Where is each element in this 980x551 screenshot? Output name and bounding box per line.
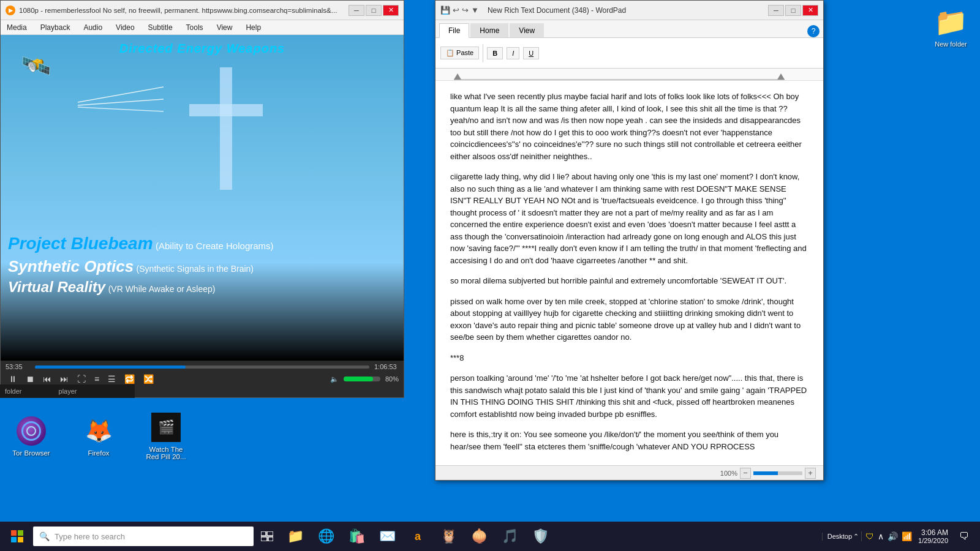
wordpad-title: New Rich Text Document (348) - WordPad (488, 6, 764, 15)
desktop-icon-tor-browser[interactable]: Tor Browser (10, 416, 53, 457)
vlc-fullscreen-button[interactable]: ⛶ (74, 373, 89, 385)
tab-home[interactable]: Home (470, 23, 508, 37)
wordpad-window: 💾 ↩ ↪ ▼ New Rich Text Document (348) - W… (435, 0, 824, 481)
taskbar-onion-icon[interactable]: 🧅 (464, 522, 494, 551)
task-view-button[interactable] (255, 522, 279, 551)
vlc-menu-view[interactable]: View (214, 22, 235, 33)
vlc-mute-icon[interactable]: 🔈 (330, 375, 339, 383)
wp-para-6: person toalking 'around 'me' '/'to 'me '… (450, 372, 809, 420)
video-text-overlay: Project Bluebeam (Ability to Create Holo… (1, 234, 404, 296)
taskbar-edge-icon[interactable]: 🌐 (311, 522, 341, 551)
new-folder-desktop-icon[interactable]: 📁 New folder (934, 6, 968, 48)
tray-up-icon[interactable]: ∧ (878, 531, 884, 541)
vlc-playlist-button[interactable]: ☰ (105, 373, 119, 385)
taskbar-media-player-icon[interactable]: 🎵 (495, 522, 524, 551)
desktop-label[interactable]: Desktop (827, 533, 852, 540)
wordpad-help-button[interactable]: ? (807, 25, 820, 37)
vlc-menubar: Media Playback Audio Video Subtitle Tool… (1, 20, 404, 35)
vlc-minimize-button[interactable]: ─ (349, 5, 364, 16)
wp-toolbar-redo-icon[interactable]: ↪ (462, 6, 469, 15)
vlc-progress-bar[interactable] (35, 365, 369, 369)
desktop-icon-video[interactable]: 🎬 Watch The Red Pill 20... (145, 413, 187, 460)
taskbar: 🔍 Type here to search 📁 🌐 🛍️ ✉️ a 🦉 🧅 🎵 … (0, 522, 980, 551)
network-icon[interactable]: 📶 (902, 531, 912, 541)
windows-security-icon: 🛡️ (532, 528, 549, 544)
vlc-button-row: ⏸ ⏹ ⏮ ⏭ ⛶ ≡ ☰ 🔁 🔀 🔈 80% (6, 373, 399, 385)
vlc-stop-button[interactable]: ⏹ (23, 373, 37, 385)
wordpad-statusbar: 100% − + (435, 465, 823, 480)
vlc-prev-button[interactable]: ⏮ (40, 373, 55, 385)
taskbar-amazon-icon[interactable]: a (403, 522, 432, 551)
zoom-slider[interactable] (753, 471, 802, 475)
vlc-menu-tools[interactable]: Tools (184, 22, 206, 33)
taskbar-tripadvisor-icon[interactable]: 🦉 (434, 522, 463, 551)
taskbar-mail-icon[interactable]: ✉️ (372, 522, 402, 551)
video-background: 🛰️ Directed Energy Weapons Project Blueb… (1, 35, 404, 361)
wordpad-ruler: ◁ (435, 69, 823, 81)
vlc-menu-playback[interactable]: Playback (38, 22, 73, 33)
taskbar-store-icon[interactable]: 🛍️ (342, 522, 371, 551)
ruler-svg: ◁ (435, 69, 823, 81)
zoom-in-button[interactable]: + (805, 468, 816, 479)
zoom-out-button[interactable]: − (740, 468, 751, 479)
vlc-extended-button[interactable]: ≡ (91, 373, 102, 385)
wp-toolbar-customize-icon[interactable]: ▼ (471, 6, 479, 15)
wp-toolbar-undo-icon[interactable]: ↩ (453, 6, 459, 15)
vlc-menu-audio[interactable]: Audio (81, 22, 105, 33)
tor-browser-label: Tor Browser (12, 449, 50, 457)
video-file-label: Watch The Red Pill 20... (145, 446, 187, 460)
wordpad-minimize-button[interactable]: ─ (768, 5, 784, 16)
tray-antivirus-icon[interactable]: 🛡 (865, 531, 874, 541)
vlc-menu-subtitle[interactable]: Subtitle (146, 22, 175, 33)
tab-view[interactable]: View (510, 23, 544, 37)
wordpad-close-button[interactable]: ✕ (802, 5, 818, 16)
video-top-text: Directed Energy Weapons (1, 42, 404, 56)
wp-italic-button[interactable]: I (507, 47, 519, 59)
zoom-controls: 100% − + (720, 468, 816, 479)
video-line3-label: Synthetic Optics (8, 257, 134, 276)
windows-logo-icon (11, 530, 23, 542)
wp-bold-button[interactable]: B (487, 47, 503, 59)
firefox-label: Firefox (88, 449, 109, 457)
new-folder-icon-img: 📁 (934, 6, 968, 38)
wp-para-1: like what I've seen recently plus maybe … (450, 91, 809, 162)
tab-file[interactable]: File (439, 23, 469, 38)
wordpad-content[interactable]: like what I've seen recently plus maybe … (435, 81, 823, 465)
vlc-random-button[interactable]: 🔀 (140, 373, 157, 385)
vlc-menu-help[interactable]: Help (243, 22, 263, 33)
taskbar-windows-icon2[interactable]: 🛡️ (526, 522, 555, 551)
vlc-progress-fill (35, 365, 186, 369)
vlc-menu-video[interactable]: Video (113, 22, 137, 33)
vlc-next-button[interactable]: ⏭ (57, 373, 72, 385)
vlc-loop-button[interactable]: 🔁 (121, 373, 138, 385)
vlc-maximize-button[interactable]: □ (366, 5, 382, 16)
vlc-play-pause-button[interactable]: ⏸ (6, 373, 20, 385)
vlc-close-button[interactable]: ✕ (383, 5, 399, 16)
start-button[interactable] (2, 522, 32, 551)
taskbar-search-bar[interactable]: 🔍 Type here to search (33, 527, 254, 546)
clock-time: 3:06 AM (918, 528, 948, 537)
new-folder-label: New folder (935, 40, 967, 48)
wordpad-toolbar: 📋 Paste B I U (435, 37, 823, 68)
vlc-time-total: 1:06:53 (374, 363, 399, 370)
wordpad-maximize-button[interactable]: □ (785, 5, 801, 16)
wp-underline-button[interactable]: U (523, 47, 539, 59)
taskbar-clock[interactable]: 3:06 AM 1/29/2020 (918, 528, 953, 544)
search-input[interactable]: Type here to search (55, 532, 125, 541)
vlc-menu-media[interactable]: Media (4, 22, 29, 33)
volume-icon[interactable]: 🔊 (888, 531, 898, 541)
vlc-volume-bar[interactable] (344, 377, 380, 381)
cross-graphic (189, 67, 263, 190)
satellite-graphic: 🛰️ (21, 51, 51, 80)
notification-center-button[interactable]: 🗨 (956, 531, 973, 542)
mail-icon: ✉️ (379, 528, 396, 544)
wp-toolbar-save-icon[interactable]: 💾 (440, 6, 450, 15)
clock-date: 1/29/2020 (918, 537, 948, 544)
desktop-icon-firefox[interactable]: 🦊 Firefox (77, 416, 120, 457)
vlc-window-controls: ─ □ ✕ (349, 5, 399, 16)
task-view-icon (261, 531, 273, 541)
wordpad-ribbon: File Home View ? 📋 Paste B I U (435, 20, 823, 69)
taskbar-file-explorer-icon[interactable]: 📁 (281, 522, 310, 551)
wp-paste-button[interactable]: 📋 Paste (440, 47, 479, 59)
video-line2-label: Project Bluebeam (8, 234, 153, 253)
